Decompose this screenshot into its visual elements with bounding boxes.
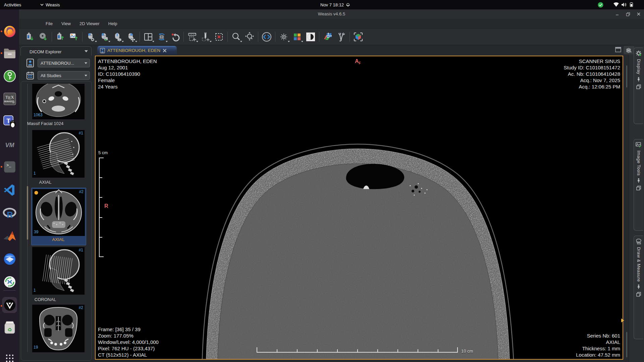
instance-badge: 1 — [34, 288, 36, 293]
export-image-button[interactable] — [67, 30, 80, 44]
dock-item-app-grid[interactable] — [3, 351, 16, 362]
dock-item-texmaker[interactable]: TEXMAKER — [3, 92, 16, 106]
zoom-button[interactable] — [229, 30, 243, 44]
activities-button[interactable]: Activities — [4, 0, 21, 9]
vertical-scale-label: 5 cm — [98, 150, 108, 155]
dock-item-firefox[interactable] — [3, 24, 16, 38]
tab-draw-measure[interactable]: Draw & Measure — [634, 236, 643, 339]
tab-close-icon[interactable] — [163, 49, 167, 53]
magnify-pan-icon — [245, 32, 254, 42]
circular-arrows-app-icon — [3, 275, 16, 289]
app-menu[interactable]: Weasis — [40, 0, 60, 9]
layout-icon — [144, 32, 153, 42]
default-view-button[interactable] — [260, 30, 273, 44]
pin-icon[interactable] — [636, 285, 641, 289]
tab-image-tools[interactable]: Image Tools — [634, 139, 643, 231]
verified-icon — [598, 2, 603, 8]
series-thumbnail[interactable]: 1063 — [32, 84, 85, 119]
ko-status-icon — [34, 191, 38, 195]
dock-item-trash[interactable]: ♻ — [3, 320, 16, 334]
clock-menu[interactable]: Nov 7 18:12 — [320, 0, 350, 9]
pin-icon[interactable] — [636, 77, 641, 82]
minimize-button[interactable] — [615, 12, 620, 16]
restore-pane-button[interactable] — [615, 47, 621, 52]
desktop: Activities Weasis Nov 7 18:12 — [0, 0, 644, 362]
float-window-icon[interactable] — [636, 84, 641, 89]
dock-item-passwords[interactable] — [3, 69, 16, 83]
transform-button[interactable] — [334, 30, 348, 44]
synch-button[interactable] — [155, 30, 168, 44]
explorer-header[interactable]: DICOM Explorer — [20, 46, 92, 56]
expand-panel-arrow[interactable] — [621, 318, 624, 322]
ct-scout-coronal-thumb — [32, 247, 85, 295]
tab-display[interactable]: Display — [634, 48, 643, 124]
dock-item-terminal[interactable]: >_ — [3, 160, 16, 174]
close-button[interactable] — [636, 12, 641, 16]
patient-tab[interactable]: ATTENBOROUGH, EDEN — [97, 46, 177, 55]
menu-help[interactable]: Help — [104, 19, 122, 29]
reset-button[interactable] — [168, 30, 182, 44]
pan-mouse-button[interactable] — [124, 30, 138, 44]
import-cd-button[interactable] — [37, 30, 50, 44]
menu-view[interactable]: View — [57, 19, 75, 29]
measurement-tools-button[interactable] — [185, 30, 199, 44]
layout-button[interactable] — [142, 30, 155, 44]
delete-measurements-button[interactable] — [212, 30, 226, 44]
firefox-icon — [3, 25, 16, 38]
series-thumbnail[interactable]: #2 19 — [32, 305, 85, 352]
scroll-indicator[interactable] — [626, 332, 627, 357]
dock-item-r[interactable]: R — [3, 206, 16, 220]
menu-file[interactable]: File — [41, 19, 57, 29]
invert-lut-button[interactable] — [304, 30, 317, 44]
tab-image-tools-label: Image Tools — [636, 150, 641, 176]
dock-item-remote-app[interactable] — [3, 275, 16, 289]
winlevel-mouse-button[interactable] — [84, 30, 98, 44]
series-thumbnail[interactable]: #1 1 — [32, 247, 85, 295]
context-menu-mouse-button[interactable] — [98, 30, 111, 44]
series-scroll-mouse-button[interactable] — [111, 30, 124, 44]
import-dicom-button[interactable] — [23, 30, 37, 44]
restore-button[interactable] — [626, 12, 630, 16]
calendar-icon — [26, 71, 34, 79]
export-dicom-button[interactable] — [54, 30, 67, 44]
draw-tools-button[interactable] — [199, 30, 212, 44]
mpr-icon — [323, 32, 333, 42]
trash-icon: ♻ — [3, 320, 16, 335]
series-thumbnail-selected[interactable]: #2 39 AXIAL — [31, 188, 86, 245]
magnify-button[interactable] — [243, 30, 256, 44]
window-level-presets-button[interactable] — [277, 30, 290, 44]
running-indicator — [1, 52, 2, 54]
tray-status[interactable] — [613, 0, 634, 9]
image-view-pane[interactable]: ATTENBOROUGH, EDEN Aug 12, 2001 ID: C101… — [95, 56, 623, 360]
scrollbar-thumb[interactable] — [27, 186, 28, 240]
patient-select[interactable]: ATTENBOROU... — [38, 59, 90, 67]
dock-item-files[interactable] — [3, 46, 16, 60]
overlay-options-button[interactable] — [624, 46, 634, 54]
xray-patient-icon — [100, 48, 105, 53]
mpr-button[interactable] — [321, 30, 334, 44]
lut-button[interactable] — [290, 30, 304, 44]
dock-item-matlab[interactable] — [3, 229, 16, 243]
scroll-indicator[interactable] — [626, 65, 627, 87]
window-titlebar[interactable]: Weasis v4.6.5 — [19, 9, 644, 19]
app-menu-label: Weasis — [46, 2, 60, 7]
dock-item-vscode[interactable] — [3, 183, 16, 197]
series-number-badge: #2 — [79, 305, 83, 310]
dropdown-caret — [135, 41, 137, 42]
float-window-icon[interactable] — [636, 292, 641, 297]
dock-item-thunderbird[interactable] — [3, 252, 16, 266]
dock-item-vmware[interactable]: VM — [3, 138, 16, 152]
pin-icon[interactable] — [636, 178, 641, 183]
tray-verified[interactable] — [598, 0, 603, 9]
dropdown-caret — [122, 41, 124, 42]
matlab-icon — [3, 230, 16, 242]
series-thumbnail[interactable]: #1 1 — [32, 130, 85, 178]
lut-icon — [292, 32, 302, 42]
menu-2d-viewer[interactable]: 2D Viewer — [75, 19, 104, 29]
frame-overlay: Frame: [36] 35 / 39 Zoom: 177.05% Window… — [98, 326, 159, 358]
series-label: Massif Facial 1024 — [12, 121, 78, 126]
3d-volume-button[interactable] — [352, 30, 365, 44]
ct-image[interactable] — [96, 56, 623, 359]
float-window-icon[interactable] — [636, 186, 641, 190]
studies-select[interactable]: All Studies — [38, 71, 90, 80]
